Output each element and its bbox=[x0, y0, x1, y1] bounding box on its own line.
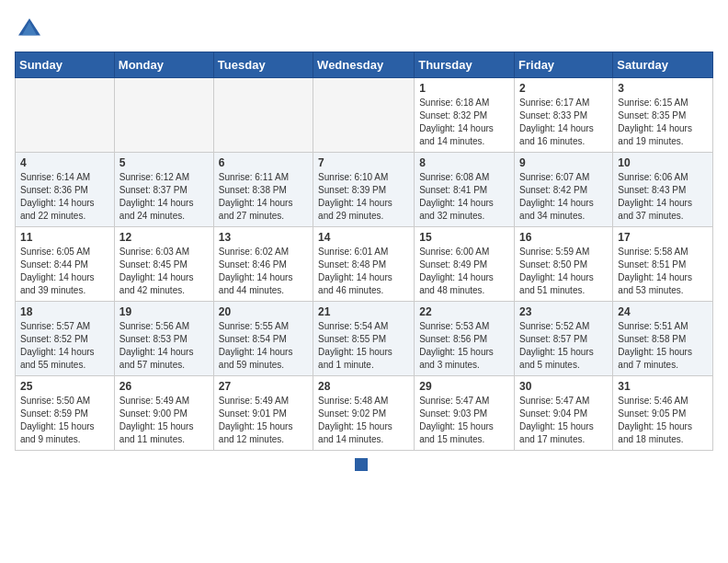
calendar-day-cell: 14Sunrise: 6:01 AM Sunset: 8:48 PM Dayli… bbox=[313, 227, 415, 302]
day-info: Sunrise: 6:01 AM Sunset: 8:48 PM Dayligh… bbox=[318, 246, 409, 297]
calendar-day-header: Saturday bbox=[613, 52, 713, 78]
day-number: 3 bbox=[618, 82, 708, 95]
day-info: Sunrise: 6:02 AM Sunset: 8:46 PM Dayligh… bbox=[219, 246, 308, 297]
day-number: 19 bbox=[119, 305, 209, 318]
day-number: 8 bbox=[419, 156, 509, 169]
day-info: Sunrise: 5:46 AM Sunset: 9:05 PM Dayligh… bbox=[618, 395, 708, 446]
calendar-day-cell: 30Sunrise: 5:47 AM Sunset: 9:04 PM Dayli… bbox=[515, 376, 613, 451]
calendar-day-cell: 3Sunrise: 6:15 AM Sunset: 8:35 PM Daylig… bbox=[613, 78, 713, 153]
day-info: Sunrise: 6:06 AM Sunset: 8:43 PM Dayligh… bbox=[618, 171, 708, 223]
calendar-day-cell: 27Sunrise: 5:49 AM Sunset: 9:01 PM Dayli… bbox=[213, 376, 313, 451]
calendar-day-header: Wednesday bbox=[313, 52, 415, 78]
calendar-day-cell: 23Sunrise: 5:52 AM Sunset: 8:57 PM Dayli… bbox=[515, 302, 613, 376]
calendar-day-header: Tuesday bbox=[213, 52, 313, 78]
page-header bbox=[15, 15, 713, 44]
calendar-day-cell: 17Sunrise: 5:58 AM Sunset: 8:51 PM Dayli… bbox=[613, 227, 713, 302]
calendar-day-cell: 28Sunrise: 5:48 AM Sunset: 9:02 PM Dayli… bbox=[313, 376, 415, 451]
day-number: 29 bbox=[419, 380, 509, 393]
day-number: 22 bbox=[419, 305, 509, 318]
logo bbox=[15, 15, 48, 44]
day-number: 25 bbox=[20, 380, 109, 393]
day-info: Sunrise: 5:49 AM Sunset: 9:01 PM Dayligh… bbox=[219, 395, 308, 446]
calendar-day-cell bbox=[114, 78, 213, 153]
day-info: Sunrise: 6:11 AM Sunset: 8:38 PM Dayligh… bbox=[219, 171, 308, 223]
calendar-day-cell: 26Sunrise: 5:49 AM Sunset: 9:00 PM Dayli… bbox=[114, 376, 213, 451]
day-info: Sunrise: 5:50 AM Sunset: 8:59 PM Dayligh… bbox=[20, 395, 109, 446]
calendar-day-cell: 25Sunrise: 5:50 AM Sunset: 8:59 PM Dayli… bbox=[16, 376, 115, 451]
calendar-header-row: SundayMondayTuesdayWednesdayThursdayFrid… bbox=[16, 52, 713, 78]
day-info: Sunrise: 5:56 AM Sunset: 8:53 PM Dayligh… bbox=[119, 320, 209, 372]
day-info: Sunrise: 5:55 AM Sunset: 8:54 PM Dayligh… bbox=[219, 320, 308, 372]
day-number: 17 bbox=[618, 231, 708, 244]
day-number: 10 bbox=[618, 156, 708, 169]
day-info: Sunrise: 5:47 AM Sunset: 9:03 PM Dayligh… bbox=[419, 395, 509, 446]
calendar-day-cell: 22Sunrise: 5:53 AM Sunset: 8:56 PM Dayli… bbox=[415, 302, 515, 376]
day-number: 15 bbox=[419, 231, 509, 244]
calendar-day-header: Monday bbox=[114, 52, 213, 78]
day-info: Sunrise: 5:54 AM Sunset: 8:55 PM Dayligh… bbox=[318, 320, 409, 372]
calendar-day-cell: 6Sunrise: 6:11 AM Sunset: 8:38 PM Daylig… bbox=[213, 153, 313, 227]
calendar-table: SundayMondayTuesdayWednesdayThursdayFrid… bbox=[15, 52, 713, 451]
day-number: 16 bbox=[519, 231, 608, 244]
day-number: 27 bbox=[219, 380, 308, 393]
day-number: 4 bbox=[20, 156, 109, 169]
calendar-day-cell bbox=[16, 78, 115, 153]
calendar-day-cell: 19Sunrise: 5:56 AM Sunset: 8:53 PM Dayli… bbox=[114, 302, 213, 376]
calendar-day-cell: 9Sunrise: 6:07 AM Sunset: 8:42 PM Daylig… bbox=[515, 153, 613, 227]
day-info: Sunrise: 6:12 AM Sunset: 8:37 PM Dayligh… bbox=[119, 171, 209, 223]
calendar-day-cell bbox=[213, 78, 313, 153]
calendar-day-cell: 20Sunrise: 5:55 AM Sunset: 8:54 PM Dayli… bbox=[213, 302, 313, 376]
day-number: 13 bbox=[219, 231, 308, 244]
calendar-day-cell: 24Sunrise: 5:51 AM Sunset: 8:58 PM Dayli… bbox=[613, 302, 713, 376]
calendar-week-row: 11Sunrise: 6:05 AM Sunset: 8:44 PM Dayli… bbox=[16, 227, 713, 302]
day-info: Sunrise: 6:05 AM Sunset: 8:44 PM Dayligh… bbox=[20, 246, 109, 297]
day-number: 24 bbox=[618, 305, 708, 318]
day-info: Sunrise: 5:51 AM Sunset: 8:58 PM Dayligh… bbox=[618, 320, 708, 372]
day-number: 28 bbox=[318, 380, 409, 393]
day-number: 6 bbox=[219, 156, 308, 169]
day-info: Sunrise: 5:59 AM Sunset: 8:50 PM Dayligh… bbox=[519, 246, 608, 297]
day-info: Sunrise: 5:48 AM Sunset: 9:02 PM Dayligh… bbox=[318, 395, 409, 446]
calendar-day-cell: 21Sunrise: 5:54 AM Sunset: 8:55 PM Dayli… bbox=[313, 302, 415, 376]
day-info: Sunrise: 6:03 AM Sunset: 8:45 PM Dayligh… bbox=[119, 246, 209, 297]
calendar-day-header: Friday bbox=[515, 52, 613, 78]
calendar-day-cell: 5Sunrise: 6:12 AM Sunset: 8:37 PM Daylig… bbox=[114, 153, 213, 227]
calendar-day-cell: 31Sunrise: 5:46 AM Sunset: 9:05 PM Dayli… bbox=[613, 376, 713, 451]
day-number: 14 bbox=[318, 231, 409, 244]
day-number: 7 bbox=[318, 156, 409, 169]
calendar-day-cell: 1Sunrise: 6:18 AM Sunset: 8:32 PM Daylig… bbox=[415, 78, 515, 153]
calendar-week-row: 4Sunrise: 6:14 AM Sunset: 8:36 PM Daylig… bbox=[16, 153, 713, 227]
legend-color-box bbox=[355, 458, 368, 471]
calendar-day-cell: 10Sunrise: 6:06 AM Sunset: 8:43 PM Dayli… bbox=[613, 153, 713, 227]
calendar-day-cell: 8Sunrise: 6:08 AM Sunset: 8:41 PM Daylig… bbox=[415, 153, 515, 227]
calendar-day-header: Sunday bbox=[16, 52, 115, 78]
day-number: 1 bbox=[419, 82, 509, 95]
day-number: 31 bbox=[618, 380, 708, 393]
day-number: 9 bbox=[519, 156, 608, 169]
day-info: Sunrise: 6:15 AM Sunset: 8:35 PM Dayligh… bbox=[618, 97, 708, 148]
calendar-day-cell: 12Sunrise: 6:03 AM Sunset: 8:45 PM Dayli… bbox=[114, 227, 213, 302]
calendar-day-cell: 16Sunrise: 5:59 AM Sunset: 8:50 PM Dayli… bbox=[515, 227, 613, 302]
day-info: Sunrise: 5:47 AM Sunset: 9:04 PM Dayligh… bbox=[519, 395, 608, 446]
day-info: Sunrise: 6:08 AM Sunset: 8:41 PM Dayligh… bbox=[419, 171, 509, 223]
calendar-day-cell: 2Sunrise: 6:17 AM Sunset: 8:33 PM Daylig… bbox=[515, 78, 613, 153]
day-info: Sunrise: 5:52 AM Sunset: 8:57 PM Dayligh… bbox=[519, 320, 608, 372]
calendar-day-cell: 11Sunrise: 6:05 AM Sunset: 8:44 PM Dayli… bbox=[16, 227, 115, 302]
day-info: Sunrise: 6:10 AM Sunset: 8:39 PM Dayligh… bbox=[318, 171, 409, 223]
calendar-footer bbox=[15, 458, 713, 471]
calendar-day-cell: 13Sunrise: 6:02 AM Sunset: 8:46 PM Dayli… bbox=[213, 227, 313, 302]
calendar-day-cell: 4Sunrise: 6:14 AM Sunset: 8:36 PM Daylig… bbox=[16, 153, 115, 227]
calendar-week-row: 25Sunrise: 5:50 AM Sunset: 8:59 PM Dayli… bbox=[16, 376, 713, 451]
calendar-day-cell: 18Sunrise: 5:57 AM Sunset: 8:52 PM Dayli… bbox=[16, 302, 115, 376]
calendar-day-cell: 15Sunrise: 6:00 AM Sunset: 8:49 PM Dayli… bbox=[415, 227, 515, 302]
day-number: 21 bbox=[318, 305, 409, 318]
day-number: 2 bbox=[519, 82, 608, 95]
day-info: Sunrise: 5:53 AM Sunset: 8:56 PM Dayligh… bbox=[419, 320, 509, 372]
day-info: Sunrise: 6:18 AM Sunset: 8:32 PM Dayligh… bbox=[419, 97, 509, 148]
day-info: Sunrise: 6:17 AM Sunset: 8:33 PM Dayligh… bbox=[519, 97, 608, 148]
calendar-day-cell bbox=[313, 78, 415, 153]
day-info: Sunrise: 6:14 AM Sunset: 8:36 PM Dayligh… bbox=[20, 171, 109, 223]
calendar-week-row: 18Sunrise: 5:57 AM Sunset: 8:52 PM Dayli… bbox=[16, 302, 713, 376]
day-number: 26 bbox=[119, 380, 209, 393]
calendar-day-cell: 7Sunrise: 6:10 AM Sunset: 8:39 PM Daylig… bbox=[313, 153, 415, 227]
